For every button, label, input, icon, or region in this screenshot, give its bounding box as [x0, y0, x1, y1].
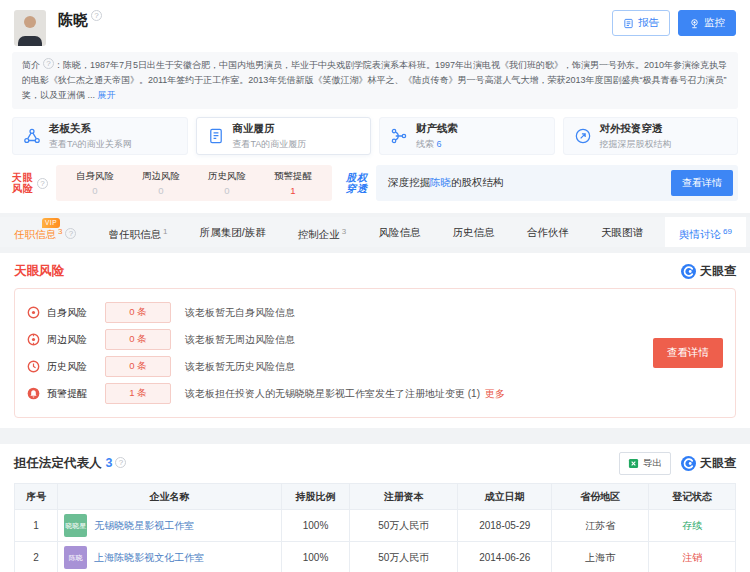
cell-ratio: 100% [281, 542, 349, 572]
cell-date: 2018-05-29 [458, 510, 552, 542]
card-asset-clues[interactable]: 财产线索 线索 6 [379, 117, 555, 155]
table-header-row: 序号 企业名称 持股比例 注册资本 成立日期 省份地区 登记状态 [15, 484, 736, 510]
card-subtitle: 挖掘深层股权结构 [600, 138, 672, 151]
tab-tianyan-graph[interactable]: 天眼图谱 [591, 217, 653, 247]
stat-warning: 预警提醒 1 [260, 170, 326, 196]
tab-count: 3 [342, 227, 346, 236]
legal-representative-section: 担任法定代表人3 导出 天眼查 序号 企业名称 持股比例 注册资本 成立日期 省… [0, 444, 750, 572]
risk-count-pill[interactable]: 0 条 [105, 302, 171, 323]
cell-region: 江苏省 [552, 510, 649, 542]
company-link[interactable]: 上海陈晓影视文化工作室 [94, 551, 204, 565]
risk-radar-icon [27, 333, 40, 346]
equity-text: 深度挖掘 [388, 176, 430, 190]
col-status: 登记状态 [649, 484, 736, 510]
equity-detail-button[interactable]: 查看详情 [671, 170, 733, 196]
tab-label: 历史信息 [453, 226, 495, 238]
risk-help-icon[interactable] [37, 178, 48, 189]
company-link[interactable]: 无锡晓晓星影视工作室 [94, 519, 194, 533]
stat-value: 0 [62, 185, 128, 196]
help-icon[interactable] [91, 10, 102, 21]
cell-company: 晓晓星 无锡晓晓星影视工作室 [58, 510, 282, 542]
equity-penetration-logo: 股权 穿透 [346, 172, 368, 194]
risk-section-head: 天眼风险 天眼查 [14, 263, 736, 280]
risk-desc: 该老板暂无周边风险信息 [185, 333, 295, 347]
export-button[interactable]: 导出 [619, 452, 671, 475]
risk-stats[interactable]: 自身风险 0 周边风险 0 历史风险 0 预警提醒 1 [56, 165, 332, 201]
cell-capital: 50万人民币 [350, 510, 458, 542]
tab-positions[interactable]: VIP 任职信息3 [4, 217, 86, 247]
monitor-button[interactable]: 监控 [678, 10, 736, 36]
risk-count-pill[interactable]: 0 条 [105, 356, 171, 377]
tab-label: 任职信息 [14, 228, 56, 240]
export-label: 导出 [643, 457, 662, 470]
stat-nearby-risk: 周边风险 0 [128, 170, 194, 196]
report-button[interactable]: 报告 [612, 10, 670, 36]
tab-count: 69 [723, 227, 732, 236]
risk-strip: 天眼 风险 自身风险 0 周边风险 0 历史风险 0 预警提醒 1 股权 [12, 165, 738, 201]
risk-row-self: 自身风险 0 条 该老板暂无自身风险信息 [27, 299, 723, 326]
tab-count: 3 [58, 227, 62, 236]
risk-label: 自身风险 [47, 306, 101, 320]
card-title: 商业履历 [233, 122, 307, 136]
tab-help-icon[interactable] [65, 228, 76, 239]
col-no: 序号 [15, 484, 58, 510]
logo-line: 风险 [12, 183, 34, 194]
clue-prefix: 线索 [416, 139, 437, 149]
table-help-icon[interactable] [115, 457, 126, 468]
tianyancha-brand: 天眼查 [681, 263, 736, 280]
tab-risk-info[interactable]: 风险信息 [368, 217, 430, 247]
risk-desc: 该老板担任投资人的无锡晓晓星影视工作室发生了注册地址变更 (1) [185, 387, 480, 401]
risk-section-title: 天眼风险 [14, 263, 64, 280]
bio-ellipsis: ... [85, 90, 95, 100]
tab-label: 曾任职信息 [109, 228, 162, 240]
logo-line: 股权 [346, 172, 368, 183]
header-row: 陈晓 报告 监控 [0, 8, 750, 48]
monitor-icon [689, 18, 700, 29]
table-count: 3 [106, 456, 113, 470]
card-subtitle: 查看TA的商业履历 [233, 138, 307, 151]
brand-label: 天眼查 [700, 263, 736, 280]
bio-colon: ： [54, 60, 63, 70]
tab-partners[interactable]: 合作伙伴 [517, 217, 579, 247]
tab-former-positions[interactable]: 曾任职信息1 [99, 217, 178, 247]
bio-help-icon[interactable] [43, 58, 54, 69]
risk-count-pill[interactable]: 0 条 [105, 329, 171, 350]
card-text: 老板关系 查看TA的商业关系网 [49, 122, 132, 151]
card-text: 对外投资穿透 挖掘深层股权结构 [600, 122, 672, 151]
status-badge: 注销 [649, 542, 736, 572]
col-date: 成立日期 [458, 484, 552, 510]
tab-group-family[interactable]: 所属集团/族群 [190, 217, 276, 247]
stat-value: 1 [260, 185, 326, 196]
card-boss-relation[interactable]: 老板关系 查看TA的商业关系网 [12, 117, 188, 155]
equity-panel: 深度挖掘 陈晓 的股权结构 查看详情 [376, 165, 738, 201]
profile-photo[interactable] [14, 10, 46, 46]
tab-public-opinion[interactable]: 舆情讨论69 [665, 217, 746, 247]
cell-capital: 50万人民币 [350, 542, 458, 572]
legal-rep-table: 序号 企业名称 持股比例 注册资本 成立日期 省份地区 登记状态 1 晓晓星 无… [14, 483, 736, 572]
quick-cards: 老板关系 查看TA的商业关系网 商业履历 查看TA的商业履历 财产线索 线索 6… [12, 117, 738, 155]
tab-history-info[interactable]: 历史信息 [443, 217, 505, 247]
invest-penetrate-icon [574, 127, 592, 145]
profile-header-block: 陈晓 报告 监控 简介：陈晓，1987年7月5日出生于安徽合肥，中国内地男演员，… [0, 0, 750, 213]
risk-desc: 该老板暂无自身风险信息 [185, 306, 295, 320]
tab-controlled-companies[interactable]: 控制企业3 [288, 217, 356, 247]
stat-label: 预警提醒 [260, 170, 326, 183]
tab-label: 控制企业 [298, 228, 340, 240]
stat-label: 历史风险 [194, 170, 260, 183]
expand-link[interactable]: 展开 [98, 90, 116, 100]
equity-person-link[interactable]: 陈晓 [430, 176, 451, 190]
monitor-button-label: 监控 [704, 16, 725, 30]
cell-region: 上海市 [552, 542, 649, 572]
cell-date: 2014-06-26 [458, 542, 552, 572]
table-section-head: 担任法定代表人3 导出 天眼查 [14, 452, 736, 475]
tianyan-risk-logo: 天眼 风险 [12, 172, 34, 194]
table-title-wrap: 担任法定代表人3 [14, 455, 126, 472]
status-badge: 存续 [649, 510, 736, 542]
risk-count-pill[interactable]: 1 条 [105, 383, 171, 404]
tab-label: 舆情讨论 [679, 228, 721, 240]
risk-detail-button[interactable]: 查看详情 [653, 338, 723, 368]
card-business-resume[interactable]: 商业履历 查看TA的商业履历 [196, 117, 372, 155]
more-link[interactable]: 更多 [485, 387, 505, 401]
card-outbound-investment[interactable]: 对外投资穿透 挖掘深层股权结构 [563, 117, 739, 155]
risk-alarm-icon [27, 387, 40, 400]
